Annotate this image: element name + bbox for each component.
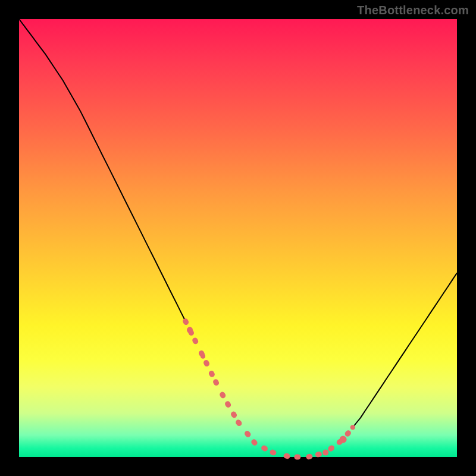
plot-area (19, 19, 457, 457)
svg-point-4 (350, 425, 355, 430)
svg-point-1 (201, 354, 205, 359)
curve-dots (186, 321, 355, 457)
svg-point-3 (340, 436, 347, 443)
chart-frame: TheBottleneck.com (0, 0, 476, 476)
watermark-text: TheBottleneck.com (357, 4, 469, 17)
svg-point-2 (322, 450, 328, 456)
svg-point-0 (187, 327, 193, 333)
curve-svg (19, 19, 457, 457)
curve-line (19, 19, 457, 428)
